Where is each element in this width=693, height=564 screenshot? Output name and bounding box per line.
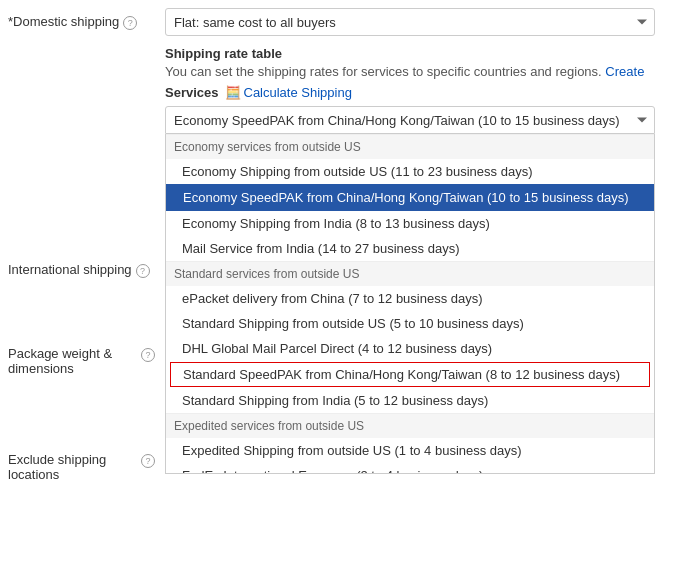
domestic-shipping-row: Flat: same cost to all buyers Calculated…: [165, 8, 693, 36]
package-info-icon[interactable]: ?: [141, 348, 155, 362]
exclude-locations-label: Exclude shipping locations ?: [0, 452, 165, 482]
group-header-expedited-outside-us: Expedited services from outside US: [166, 413, 654, 438]
international-shipping-label: International shipping ?: [0, 262, 165, 278]
international-info-icon[interactable]: ?: [136, 264, 150, 278]
item-eco-outside-us[interactable]: Economy Shipping from outside US (11 to …: [166, 159, 654, 184]
domestic-select-wrapper: Flat: same cost to all buyers Calculated…: [165, 8, 655, 36]
group-header-standard-outside-us: Standard services from outside US: [166, 261, 654, 286]
rate-table-desc: You can set the shipping rates for servi…: [165, 64, 693, 79]
services-label: Services: [165, 85, 219, 100]
calculate-shipping-link[interactable]: 🧮 Calculate Shipping: [225, 85, 352, 100]
service-dropdown-list[interactable]: Economy services from outside US Economy…: [165, 134, 655, 474]
page-layout: *Domestic shipping ? International shipp…: [0, 0, 693, 482]
item-exp-outside-us[interactable]: Expedited Shipping from outside US (1 to…: [166, 438, 654, 463]
domestic-shipping-select[interactable]: Flat: same cost to all buyers Calculated…: [165, 8, 655, 36]
group-header-economy-outside-us: Economy services from outside US: [166, 134, 654, 159]
item-fedex-intl[interactable]: FedEx International Economy (2 to 4 busi…: [166, 463, 654, 474]
rate-table-section: Shipping rate table You can set the ship…: [165, 46, 693, 79]
item-eco-speedpak-china[interactable]: Economy SpeedPAK from China/Hong Kong/Ta…: [166, 184, 654, 211]
create-link[interactable]: Create: [605, 64, 644, 79]
calculator-icon: 🧮: [225, 85, 241, 100]
exclude-info-icon[interactable]: ?: [141, 454, 155, 468]
item-epacket-china[interactable]: ePacket delivery from China (7 to 12 bus…: [166, 286, 654, 311]
service-select-wrapper: Economy SpeedPAK from China/Hong Kong/Ta…: [165, 106, 655, 134]
item-eco-india[interactable]: Economy Shipping from India (8 to 13 bus…: [166, 211, 654, 236]
item-std-outside-us[interactable]: Standard Shipping from outside US (5 to …: [166, 311, 654, 336]
rate-table-title: Shipping rate table: [165, 46, 693, 61]
domestic-shipping-label: *Domestic shipping ?: [0, 14, 165, 30]
services-row: Services 🧮 Calculate Shipping: [165, 85, 693, 100]
item-std-india[interactable]: Standard Shipping from India (5 to 12 bu…: [166, 388, 654, 413]
item-std-speedpak-china[interactable]: Standard SpeedPAK from China/Hong Kong/T…: [170, 362, 650, 387]
domestic-info-icon[interactable]: ?: [123, 16, 137, 30]
package-weight-label: Package weight & dimensions ?: [0, 346, 165, 376]
right-content: Flat: same cost to all buyers Calculated…: [165, 0, 693, 482]
sidebar: *Domestic shipping ? International shipp…: [0, 0, 165, 482]
service-main-select[interactable]: Economy SpeedPAK from China/Hong Kong/Ta…: [165, 106, 655, 134]
item-dhl-global[interactable]: DHL Global Mail Parcel Direct (4 to 12 b…: [166, 336, 654, 361]
item-mail-india[interactable]: Mail Service from India (14 to 27 busine…: [166, 236, 654, 261]
